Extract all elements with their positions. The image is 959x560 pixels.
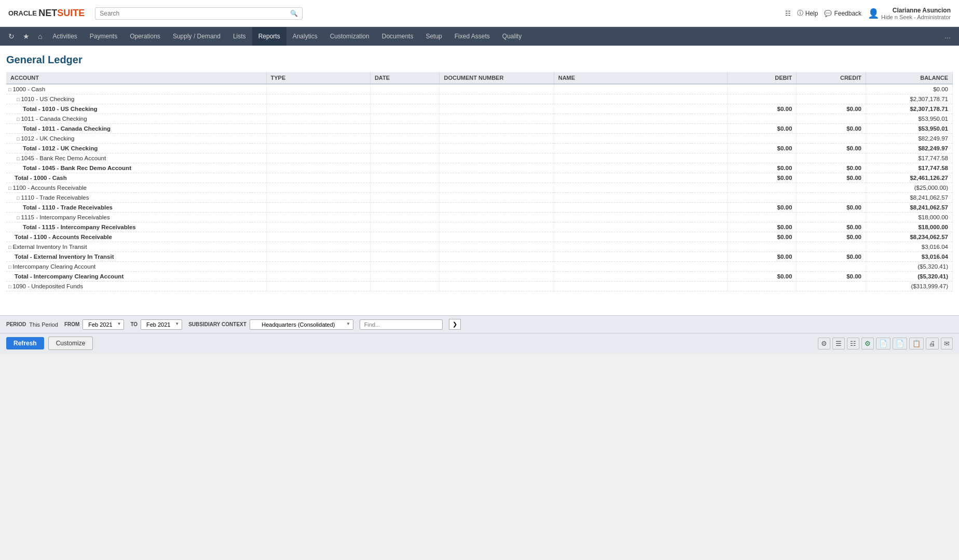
- cell-account: □1110 - Trade Receivables: [6, 193, 266, 203]
- subsidiary-dropdown[interactable]: Headquarters (Consolidated): [250, 319, 353, 330]
- cell-balance: $17,747.58: [866, 163, 952, 173]
- cell-account: Total - External Inventory In Transit: [6, 252, 266, 262]
- cell-type: [266, 272, 370, 282]
- customize-button[interactable]: Customize: [48, 337, 93, 350]
- cell-balance: $2,461,126.27: [866, 173, 952, 183]
- cell-credit: [797, 213, 866, 222]
- header-right: ☷ ⓘ Help 💬 Feedback 👤 Clarianne Asuncion…: [785, 7, 951, 20]
- from-dropdown[interactable]: Feb 2021: [83, 319, 124, 330]
- search-input[interactable]: [100, 10, 290, 17]
- toggle-icon[interactable]: □: [8, 284, 11, 289]
- pdf-icon-button[interactable]: 📄: [876, 338, 890, 349]
- cell-date: [370, 282, 440, 291]
- toggle-icon[interactable]: □: [8, 245, 11, 250]
- toggle-icon[interactable]: □: [17, 156, 19, 161]
- cell-balance: ($5,320.41): [866, 272, 952, 282]
- cell-date: [370, 153, 440, 163]
- nav-fixed-assets[interactable]: Fixed Assets: [448, 27, 496, 46]
- nav-documents[interactable]: Documents: [376, 27, 420, 46]
- toggle-icon[interactable]: □: [17, 97, 19, 102]
- cell-balance: $2,307,178.71: [866, 104, 952, 114]
- find-input[interactable]: [360, 319, 443, 330]
- cell-doc-number: [440, 104, 554, 114]
- period-group: PERIOD This Period: [6, 321, 58, 328]
- nav-reports[interactable]: Reports: [252, 27, 286, 46]
- help-label: Help: [805, 10, 818, 17]
- cell-credit: $0.00: [797, 173, 866, 183]
- refresh-button[interactable]: Refresh: [6, 337, 44, 349]
- nav-lists[interactable]: Lists: [227, 27, 252, 46]
- search-icon[interactable]: 🔍: [290, 10, 298, 17]
- feedback-button[interactable]: 💬 Feedback: [824, 10, 861, 17]
- list-icon-button[interactable]: ☷: [847, 338, 859, 349]
- cell-balance: $3,016.04: [866, 252, 952, 262]
- cell-name: [554, 232, 727, 242]
- nav-activities[interactable]: Activities: [46, 27, 83, 46]
- nav-operations[interactable]: Operations: [124, 27, 167, 46]
- doc-icon-button[interactable]: 📄: [893, 338, 907, 349]
- cell-doc-number: [440, 222, 554, 232]
- cell-name: [554, 193, 727, 203]
- toggle-icon[interactable]: □: [8, 186, 11, 191]
- nav-setup[interactable]: Setup: [419, 27, 448, 46]
- nav-supply-demand[interactable]: Supply / Demand: [167, 27, 227, 46]
- cell-date: [370, 163, 440, 173]
- cell-balance: $8,234,062.57: [866, 232, 952, 242]
- find-chevron-button[interactable]: ❯: [449, 319, 461, 330]
- search-bar[interactable]: 🔍: [95, 7, 303, 20]
- cell-type: [266, 84, 370, 94]
- nav-customization[interactable]: Customization: [324, 27, 376, 46]
- cell-debit: $0.00: [727, 272, 797, 282]
- toggle-icon[interactable]: □: [17, 215, 19, 220]
- apps-button[interactable]: ☷: [785, 10, 791, 17]
- cell-credit: $0.00: [797, 163, 866, 173]
- col-document-number: DOCUMENT NUMBER: [440, 72, 554, 84]
- cell-doc-number: [440, 282, 554, 291]
- cell-name: [554, 84, 727, 94]
- settings-icon-button[interactable]: ⚙: [818, 338, 830, 349]
- toggle-icon[interactable]: □: [8, 87, 11, 92]
- toggle-icon[interactable]: □: [17, 195, 19, 201]
- nav-refresh-icon[interactable]: ↻: [4, 27, 19, 46]
- help-button[interactable]: ⓘ Help: [797, 9, 818, 18]
- cell-type: [266, 144, 370, 153]
- cell-credit: $0.00: [797, 252, 866, 262]
- columns-icon-button[interactable]: ☰: [832, 338, 845, 349]
- cell-credit: [797, 134, 866, 144]
- toggle-icon[interactable]: □: [17, 136, 19, 142]
- table-row: □1115 - Intercompany Receivables $18,000…: [6, 213, 953, 222]
- toggle-icon[interactable]: □: [8, 264, 11, 270]
- toggle-icon[interactable]: □: [17, 117, 19, 122]
- copy-icon-button[interactable]: 📋: [909, 338, 924, 349]
- nav-star-icon[interactable]: ★: [19, 27, 34, 46]
- cell-type: [266, 173, 370, 183]
- user-menu[interactable]: 👤 Clarianne Asuncion Hide n Seek - Admin…: [868, 7, 951, 20]
- cell-doc-number: [440, 203, 554, 213]
- nav-more-button[interactable]: …: [940, 33, 955, 40]
- cell-credit: $0.00: [797, 203, 866, 213]
- cell-account: □1012 - UK Checking: [6, 134, 266, 144]
- col-name: NAME: [554, 72, 727, 84]
- cell-type: [266, 193, 370, 203]
- cell-account: □Intercompany Clearing Account: [6, 262, 266, 272]
- nav-quality[interactable]: Quality: [496, 27, 528, 46]
- cell-date: [370, 232, 440, 242]
- cell-name: [554, 163, 727, 173]
- to-dropdown[interactable]: Feb 2021: [141, 319, 182, 330]
- print-icon-button[interactable]: 🖨: [926, 338, 939, 349]
- cell-credit: $0.00: [797, 104, 866, 114]
- cell-date: [370, 134, 440, 144]
- cell-balance: $53,950.01: [866, 114, 952, 124]
- cell-credit: $0.00: [797, 232, 866, 242]
- nav-payments[interactable]: Payments: [84, 27, 124, 46]
- nav-analytics[interactable]: Analytics: [286, 27, 324, 46]
- cell-doc-number: [440, 242, 554, 252]
- cell-name: [554, 144, 727, 153]
- email-icon-button[interactable]: ✉: [941, 338, 953, 349]
- nav-home-icon[interactable]: ⌂: [34, 27, 46, 46]
- excel-icon-button[interactable]: ⚙: [861, 338, 874, 349]
- cell-date: [370, 222, 440, 232]
- cell-name: [554, 272, 727, 282]
- cell-debit: [727, 134, 797, 144]
- period-label: PERIOD: [6, 321, 26, 327]
